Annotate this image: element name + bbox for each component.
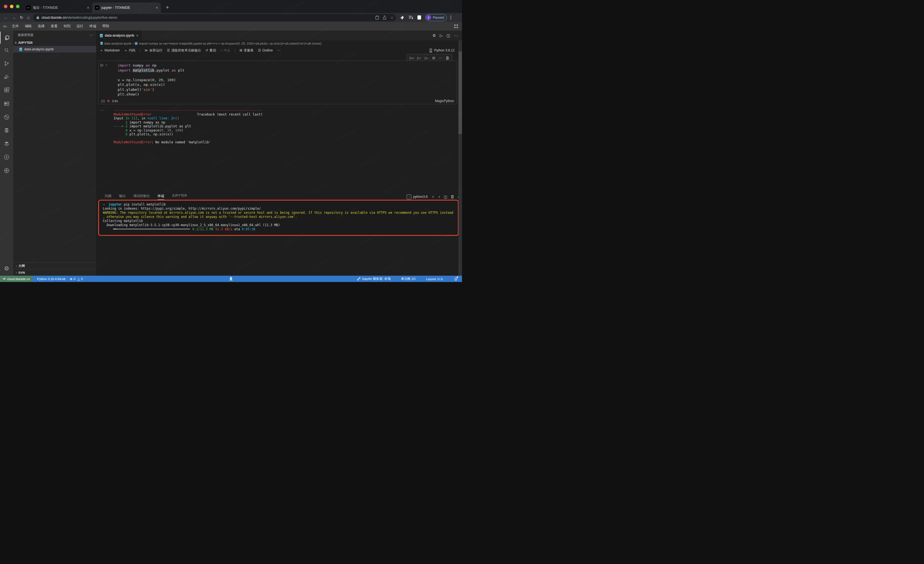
reload-icon[interactable]: ↻ [20, 15, 23, 20]
reader-mode-icon[interactable] [417, 15, 421, 20]
menu-item[interactable]: 选择 [35, 23, 47, 29]
terminal-output[interactable]: → jupyter pip install matplotlibLooking … [99, 200, 458, 232]
power-bolt-icon[interactable] [0, 151, 13, 163]
split-editor-icon[interactable]: ◫ [447, 33, 450, 38]
outline-button[interactable]: ☰Outline [258, 48, 273, 52]
panel-tab[interactable]: 问题 [105, 194, 111, 200]
menu-item[interactable]: 查看 [48, 23, 60, 29]
remote-indicator[interactable]: >< cloud.titanide.cn [0, 276, 33, 282]
sidebar-section-svn[interactable]: › SVN [13, 269, 96, 276]
forward-icon[interactable]: → [12, 15, 16, 20]
search-icon[interactable] [0, 44, 13, 56]
editor-scrollbar[interactable] [458, 41, 462, 276]
browser-tab-jupyter[interactable]: ‹t› jupyter - TITANIDE ✕ [92, 3, 161, 13]
sidebar-more-icon[interactable]: ⋯ [90, 33, 93, 37]
scrollbar-thumb[interactable] [458, 51, 462, 134]
sidebar-section-outline[interactable]: › 大纲 [13, 262, 96, 269]
address-bar[interactable]: cloud.titanide.cn/ide/web/coding/jupyter… [33, 14, 396, 21]
playlist-icon[interactable] [409, 15, 413, 20]
share-icon[interactable] [383, 15, 386, 20]
panel-tab[interactable]: 终端 [158, 194, 164, 200]
run-cell-dropdown-icon[interactable]: ∨ [106, 64, 107, 66]
save-card-icon[interactable] [375, 15, 379, 20]
problems-indicator[interactable]: ⊗0 △0 [70, 277, 83, 281]
notebook-settings-gear-icon[interactable]: ⚙ [432, 33, 436, 38]
split-terminal-icon[interactable]: ◫ [444, 195, 447, 199]
cell-code[interactable]: import numpy as npimport matplotlib.pypl… [118, 63, 184, 97]
variables-button[interactable]: ⊞变量表 [240, 48, 254, 53]
extensions-puzzle-icon[interactable] [400, 15, 405, 20]
python-interpreter[interactable]: Python 3.10.4 64-bit [37, 277, 66, 281]
editor-tab-notebook[interactable]: data-analysis.ipynb ✕ [96, 30, 142, 41]
fullscreen-icon[interactable] [454, 24, 458, 29]
code-cell[interactable]: ▷ ∨ import numpy as npimport matplotlib.… [98, 60, 457, 104]
breadcrumb-file[interactable]: data-analysis.ipynb [104, 42, 131, 45]
breadcrumb[interactable]: data-analysis.ipynb › import numpy as np… [96, 41, 462, 46]
execute-cell-above-icon[interactable]: ▷↑ [417, 56, 421, 60]
sidebar-section-jupyter[interactable]: ∨ JUPYTER [13, 39, 96, 46]
terminal-shell-badge[interactable]: › python3.8 [407, 194, 428, 199]
menu-item[interactable]: 运行 [74, 23, 86, 29]
breadcrumb-code[interactable]: import numpy as np↵import matplotlib.pyp… [139, 42, 321, 45]
browser-tab-project[interactable]: ‹t› 项目 - TITANIDE ✕ [23, 3, 92, 13]
window-controls[interactable] [0, 0, 23, 13]
bookmark-star-icon[interactable]: ☆ [390, 15, 394, 20]
menu-item[interactable]: 编辑 [22, 23, 34, 29]
run-all-button[interactable]: ≫全部运行 [144, 48, 162, 53]
run-debug-icon[interactable] [0, 71, 13, 83]
toolbar-more-icon[interactable]: ⋯ [277, 48, 280, 52]
split-cell-icon[interactable]: ⊟ [432, 56, 435, 60]
panel-tab[interactable]: 调试控制台 [134, 194, 150, 200]
terminal-dropdown-icon[interactable]: ∨ [438, 196, 440, 198]
add-code-button[interactable]: ＋代码 [124, 48, 135, 53]
execute-below-icon[interactable]: ▷↓ [425, 56, 429, 60]
home-icon[interactable]: ⌂ [27, 15, 30, 20]
output-collapse-icon[interactable]: … [100, 107, 104, 111]
keyboard-layout[interactable]: Layout: U.S. [426, 277, 444, 281]
kill-terminal-icon[interactable] [451, 195, 454, 199]
menu-item[interactable]: 文件 [9, 23, 21, 29]
preview-panel-icon[interactable] [0, 98, 13, 110]
close-window-button[interactable] [4, 5, 8, 8]
close-tab-icon[interactable]: ✕ [156, 6, 158, 10]
sidebar-item-notebook[interactable]: data-analysis.ipynb [13, 46, 96, 53]
panel-tab[interactable]: 输出 [119, 194, 126, 200]
settings-gear-icon[interactable]: ⚙ [0, 263, 13, 274]
new-tab-button[interactable]: ＋ [165, 4, 170, 11]
panel-tab[interactable]: JUPYTER [172, 194, 187, 200]
database-icon[interactable] [0, 124, 13, 137]
cell-more-icon[interactable]: ⋯ [439, 56, 442, 60]
run-cell-icon[interactable]: ▷ [100, 63, 104, 67]
clear-outputs-button[interactable]: ☰清除所有单元格输出 [167, 48, 201, 53]
svn-circle-icon[interactable] [0, 111, 13, 123]
jupyter-server-indicator[interactable]: Jupyter 服务器: 本地 [357, 277, 390, 281]
notifications-bell-icon[interactable] [454, 277, 458, 281]
expand-panel-icon[interactable]: ≪ [228, 277, 234, 281]
restart-button[interactable]: ↺重启 [206, 48, 216, 53]
back-icon[interactable]: ← [4, 15, 8, 20]
add-markdown-button[interactable]: ＋Markdown [100, 48, 120, 53]
browser-profile[interactable]: J Paused [425, 14, 447, 21]
execute-above-icon[interactable]: ▷≡ [410, 56, 414, 60]
delete-cell-icon[interactable] [446, 56, 449, 60]
close-tab-icon[interactable]: ✕ [136, 34, 138, 37]
zoom-window-button[interactable] [16, 5, 20, 8]
menu-item[interactable]: 帮助 [100, 23, 112, 29]
extensions-icon[interactable] [0, 84, 13, 96]
close-tab-icon[interactable]: ✕ [87, 6, 89, 10]
minimize-window-button[interactable] [10, 5, 14, 8]
cell-footer: [1] ⊗ 3.6s MagicPython [101, 99, 454, 103]
browser-menu-icon[interactable] [450, 16, 451, 20]
editor-more-icon[interactable]: ⋯ [454, 33, 458, 38]
run-icon[interactable]: ▷ [440, 33, 443, 38]
menu-item[interactable]: 终端 [87, 23, 99, 29]
new-terminal-icon[interactable]: ＋ [431, 194, 435, 199]
menu-item[interactable]: 转到 [61, 23, 73, 29]
cell-language[interactable]: MagicPython [435, 99, 454, 103]
explorer-icon[interactable] [0, 32, 14, 44]
cell-indicator[interactable]: 单元格 1/1 [401, 277, 416, 281]
layers-icon[interactable] [0, 138, 13, 150]
source-control-icon[interactable] [0, 57, 13, 69]
remote-explorer-icon[interactable] [0, 164, 13, 177]
kernel-picker[interactable]: Python 3.8.12 [429, 48, 462, 53]
